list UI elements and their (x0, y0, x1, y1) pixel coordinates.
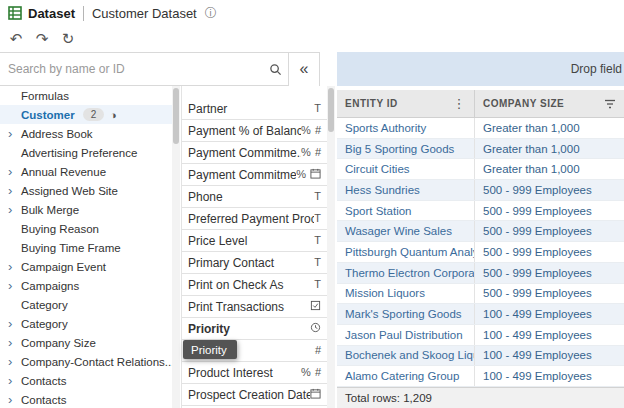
tree-item-label: Assigned Web Site (21, 185, 118, 197)
field-row[interactable]: PartnerT (182, 98, 327, 120)
collapse-panel-button[interactable]: « (289, 53, 319, 86)
filter-icon[interactable] (604, 99, 616, 109)
chevron-right-icon[interactable]: › (8, 355, 21, 368)
chevron-right-icon[interactable]: › (8, 317, 21, 330)
total-rows-label: Total rows: 1,209 (345, 392, 432, 404)
column-header-company-size[interactable]: COMPANY SIZE (475, 90, 624, 117)
refresh-button[interactable]: ↻ (58, 29, 78, 49)
chevron-right-icon[interactable]: › (8, 203, 21, 216)
data-grid-panel: Drop field ENTITY ID⋮ COMPANY SIZE Sport… (337, 52, 624, 408)
chevron-right-icon[interactable]: › (8, 374, 21, 387)
field-row[interactable]: Prospect Creation Date (182, 384, 327, 406)
field-search-bar: « (0, 52, 320, 86)
clock-icon (310, 322, 321, 336)
tree-item-advertising-preference[interactable]: Advertising Preference (0, 143, 172, 162)
dataset-title: Customer Dataset (92, 6, 197, 21)
text-type-icon: T (314, 257, 321, 268)
table-row[interactable]: Pittsburgh Quantum Analy...500 - 999 Emp… (337, 242, 624, 263)
chevron-right-icon[interactable]: › (8, 127, 21, 140)
tree-item-contacts-2[interactable]: ›Contacts (0, 390, 172, 408)
tree-item-formulas[interactable]: Formulas (0, 86, 172, 105)
field-list-scrollbar-thumb[interactable] (328, 88, 334, 132)
table-row[interactable]: Big 5 Sporting GoodsGreater than 1,000 (337, 139, 624, 160)
table-row[interactable]: Wasager Wine Sales500 - 999 Employees (337, 221, 624, 242)
percent-type-icon: % (301, 367, 311, 378)
table-row[interactable]: Alamo Catering Group100 - 499 Employees (337, 366, 624, 387)
tree-scrollbar[interactable] (172, 86, 180, 408)
records-tree: Formulas Customer2◑ ›Address Book Advert… (0, 86, 172, 408)
tree-item-label: Contacts (21, 394, 66, 406)
undo-button[interactable]: ↶ (6, 29, 26, 49)
tree-item-company-size[interactable]: ›Company Size (0, 333, 172, 352)
tree-item-bulk-merge[interactable]: ›Bulk Merge (0, 200, 172, 219)
number-type-icon: # (315, 345, 321, 356)
table-row[interactable]: Sports AuthorityGreater than 1,000 (337, 118, 624, 139)
table-row[interactable]: Bochenek and Skoog Liquo...100 - 499 Emp… (337, 346, 624, 367)
field-row[interactable]: Payment % of Balance%# (182, 120, 327, 142)
tree-item-label: Address Book (21, 128, 93, 140)
table-row[interactable]: Thermo Electron Corporati...500 - 999 Em… (337, 263, 624, 284)
drop-zone[interactable]: Drop field (337, 52, 624, 86)
title-divider (83, 6, 84, 21)
field-list-scrollbar[interactable] (327, 86, 335, 408)
search-icon[interactable] (262, 63, 288, 76)
field-row-priority[interactable]: Priority (182, 318, 327, 340)
tree-item-annual-revenue[interactable]: ›Annual Revenue (0, 162, 172, 181)
tree-item-contacts[interactable]: ›Contacts (0, 371, 172, 390)
table-row[interactable]: Mission Liquors500 - 999 Employees (337, 284, 624, 305)
tree-item-buying-reason[interactable]: Buying Reason (0, 219, 172, 238)
info-icon[interactable]: ⓘ (205, 5, 217, 22)
kebab-menu-icon[interactable]: ⋮ (453, 96, 467, 111)
text-type-icon: T (314, 103, 321, 114)
table-row[interactable]: Mark's Sporting Goods100 - 499 Employees (337, 304, 624, 325)
chevron-right-icon[interactable]: › (8, 393, 21, 406)
table-row[interactable]: Hess Sundries500 - 999 Employees (337, 180, 624, 201)
field-row[interactable]: Price LevelT (182, 230, 327, 252)
tree-item-address-book[interactable]: ›Address Book (0, 124, 172, 143)
field-row[interactable]: Payment Commitme...% (182, 164, 327, 186)
tree-item-category-2[interactable]: ›Category (0, 314, 172, 333)
field-row[interactable]: Product Interest%# (182, 362, 327, 384)
field-row[interactable]: Print on Check AsT (182, 274, 327, 296)
column-header-entity-id[interactable]: ENTITY ID⋮ (337, 90, 475, 117)
chevron-right-icon[interactable]: › (8, 184, 21, 197)
tree-item-category[interactable]: Category (0, 295, 172, 314)
tree-item-label: Campaign Event (21, 261, 106, 273)
checkbox-icon (310, 300, 321, 314)
percent-type-icon: % (301, 125, 311, 136)
chevron-right-icon[interactable]: › (8, 260, 21, 273)
number-type-icon: # (315, 147, 321, 158)
tree-item-assigned-web-site[interactable]: ›Assigned Web Site (0, 181, 172, 200)
percent-type-icon: % (301, 147, 311, 158)
field-row[interactable]: Print Transactions (182, 296, 327, 318)
field-row[interactable]: Preferred Payment Proc...T (182, 208, 327, 230)
number-type-icon: # (315, 125, 321, 136)
tree-item-campaign-event[interactable]: ›Campaign Event (0, 257, 172, 276)
text-type-icon: T (314, 191, 321, 202)
tree-item-company-contact-relations[interactable]: ›Company-Contact Relations... (0, 352, 172, 371)
chevron-right-icon[interactable]: › (8, 165, 21, 178)
tree-item-label: Customer (21, 109, 75, 121)
tree-item-campaigns[interactable]: ›Campaigns (0, 276, 172, 295)
table-row[interactable]: Circuit CitiesGreater than 1,000 (337, 159, 624, 180)
tree-item-label: Category (21, 299, 68, 311)
chevron-right-icon[interactable]: › (8, 279, 21, 292)
drag-ghost-priority[interactable]: Priority (183, 340, 237, 359)
field-row[interactable]: Payment Commitme...%# (182, 142, 327, 164)
field-row[interactable]: Primary ContactT (182, 252, 327, 274)
tree-scrollbar-thumb[interactable] (173, 88, 179, 144)
redo-button[interactable]: ↷ (32, 29, 52, 49)
field-row[interactable]: PhoneT (182, 186, 327, 208)
tree-item-customer[interactable]: Customer2◑ (0, 105, 172, 124)
field-count-badge: 2 (83, 108, 105, 121)
tree-item-buying-time-frame[interactable]: Buying Time Frame (0, 238, 172, 257)
dataset-builder-app: Dataset Customer Dataset ⓘ ↶ ↷ ↻ « Formu… (0, 0, 624, 408)
search-input[interactable] (0, 53, 262, 85)
table-row[interactable]: Jason Paul Distribution100 - 499 Employe… (337, 325, 624, 346)
tree-item-label: Category (21, 318, 68, 330)
table-row[interactable]: Sport Station500 - 999 Employees (337, 201, 624, 222)
chevron-right-icon[interactable]: › (8, 336, 21, 349)
record-toggle-icon[interactable]: ◑ (110, 109, 117, 121)
tree-item-label: Campaigns (21, 280, 79, 292)
calendar-icon (310, 168, 321, 182)
